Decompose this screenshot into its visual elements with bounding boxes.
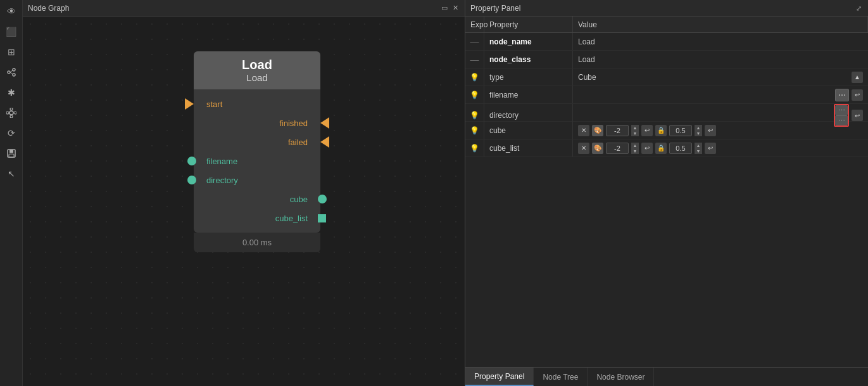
start-port-label: start — [194, 100, 230, 109]
cube-lock-icon[interactable]: 🔒 — [655, 125, 667, 136]
filename-port-circle — [187, 157, 196, 165]
tab-node-tree[interactable]: Node Tree — [534, 368, 588, 386]
node-main-title: Load — [201, 58, 313, 72]
prop-value-cube-list: ✕ 🎨 ▲ ▼ ↩ 🔒 ▲ ▼ ↩ — [573, 139, 868, 157]
cube-reset-1[interactable]: ↩ — [641, 125, 653, 136]
sidebar-refresh-icon[interactable]: ⟳ — [3, 124, 20, 142]
cube-reset-2[interactable]: ↩ — [705, 125, 716, 136]
close-button[interactable]: ✕ — [451, 4, 460, 12]
prop-value-node-class: Load — [573, 51, 868, 68]
sidebar-grid-icon[interactable]: ⊞ — [3, 43, 20, 61]
node-graph-header: Node Graph ▭ ✕ — [23, 0, 465, 16]
property-panel-resize-icon[interactable]: ⤢ — [855, 4, 863, 12]
sidebar-nodes-icon[interactable] — [3, 63, 20, 81]
cube-num-input-1[interactable] — [606, 125, 629, 136]
cube-list-reset-1[interactable]: ↩ — [641, 143, 653, 154]
node-graph-title: Node Graph — [28, 4, 69, 13]
svg-point-8 — [6, 112, 9, 114]
prop-name-filename: filename — [484, 86, 573, 103]
cube-list-reset-2[interactable]: ↩ — [705, 143, 716, 154]
svg-point-6 — [10, 108, 13, 110]
cube-list-spin-down-2[interactable]: ▼ — [695, 148, 702, 154]
light-icon-cube: 💡 — [470, 126, 479, 135]
filename-arrow-button[interactable]: ↩ — [852, 89, 863, 101]
cube-list-num-input-2[interactable] — [669, 143, 692, 154]
svg-line-3 — [10, 70, 13, 72]
sidebar-asterisk-icon[interactable]: ✱ — [3, 84, 20, 101]
light-icon-cube-list: 💡 — [470, 144, 479, 153]
svg-point-2 — [13, 74, 15, 76]
port-row-finished: finished — [194, 113, 320, 132]
load-node[interactable]: Load Load start finished failed — [194, 51, 320, 252]
cube-list-palette-icon[interactable]: 🎨 — [592, 143, 603, 154]
cube-spin-down-2[interactable]: ▼ — [695, 131, 702, 136]
sidebar: 👁 ⬛ ⊞ ✱ ⟳ ↖ — [0, 0, 23, 386]
cube-palette-icon[interactable]: 🎨 — [592, 125, 603, 136]
directory-port-circle — [187, 176, 196, 184]
finished-port-label: finished — [272, 119, 320, 128]
node-body: start finished failed filename — [194, 89, 320, 233]
minimize-button[interactable]: ▭ — [440, 4, 449, 12]
prop-name-node-class: node_class — [484, 51, 573, 68]
node-timing: 0.00 ms — [194, 233, 320, 252]
filename-dots-button[interactable]: ⋯ — [835, 89, 849, 101]
property-panel: Property Panel ⤢ Expo Property Value — n… — [465, 0, 868, 386]
value-node-name: Load — [578, 37, 863, 46]
cube-spin-1: ▲ ▼ — [631, 125, 639, 136]
start-port-arrow — [185, 98, 194, 110]
tab-property-panel[interactable]: Property Panel — [465, 368, 534, 386]
node-header: Load Load — [194, 51, 320, 89]
cube-list-spin-up-2[interactable]: ▲ — [695, 143, 702, 148]
cube-spin-up-1[interactable]: ▲ — [631, 125, 639, 131]
cube-list-spin-1: ▲ ▼ — [631, 143, 639, 154]
svg-line-4 — [10, 72, 13, 74]
prop-value-type: Cube ▲ — [573, 68, 868, 86]
sidebar-eye-icon[interactable]: 👁 — [3, 3, 20, 20]
cube-list-spin-up-1[interactable]: ▲ — [631, 143, 639, 148]
port-row-cube-list: cube_list — [194, 209, 320, 228]
cube-list-lock-icon[interactable]: 🔒 — [655, 143, 667, 154]
cube-spin-2: ▲ ▼ — [695, 125, 702, 136]
property-panel-header: Property Panel ⤢ — [465, 0, 868, 16]
sidebar-save-icon[interactable] — [3, 145, 20, 162]
svg-point-0 — [8, 71, 10, 74]
light-icon-filename: 💡 — [470, 91, 479, 100]
expo-filename: 💡 — [465, 86, 484, 103]
expo-type: 💡 — [465, 68, 484, 86]
cube-list-num-input-1[interactable] — [606, 143, 629, 154]
failed-port-arrow — [320, 136, 329, 148]
cube-num-input-2[interactable] — [669, 125, 692, 136]
prop-value-filename: ⋯ ↩ — [573, 86, 868, 103]
prop-value-cube: ✕ 🎨 ▲ ▼ ↩ 🔒 ▲ ▼ ↩ — [573, 122, 868, 139]
cube-x-icon[interactable]: ✕ — [578, 125, 589, 136]
property-panel-title: Property Panel — [470, 4, 520, 13]
svg-point-9 — [14, 112, 16, 114]
cube-port-circle — [318, 195, 327, 203]
finished-port-arrow — [320, 117, 329, 129]
prop-name-cube-list: cube_list — [484, 139, 573, 157]
value-node-class: Load — [578, 55, 863, 64]
prop-name-type: type — [484, 68, 573, 86]
sidebar-cursor-icon[interactable]: ↖ — [3, 165, 20, 183]
port-row-directory: directory — [194, 170, 320, 190]
tab-node-browser[interactable]: Node Browser — [588, 368, 654, 386]
directory-dots-button-top[interactable]: ⋯ — [835, 105, 848, 115]
sidebar-graph2-icon[interactable] — [3, 104, 20, 122]
sidebar-box-icon[interactable]: ⬛ — [3, 23, 20, 41]
canvas-area[interactable]: Load Load start finished failed — [23, 16, 465, 386]
prop-name-cube: cube — [484, 122, 573, 139]
port-row-start: start — [194, 94, 320, 113]
cube-list-spin-down-1[interactable]: ▼ — [631, 148, 639, 154]
cube-list-x-icon[interactable]: ✕ — [578, 143, 589, 154]
directory-arrow-button[interactable]: ↩ — [852, 110, 863, 121]
type-arrow-button[interactable]: ▲ — [852, 72, 863, 83]
expo-cube-list: 💡 — [465, 139, 484, 157]
value-type: Cube — [578, 73, 712, 82]
bottom-tabs: Property Panel Node Tree Node Browser — [465, 367, 868, 386]
cube-spin-up-2[interactable]: ▲ — [695, 125, 702, 131]
expo-node-class: — — [465, 51, 484, 68]
light-icon-type: 💡 — [470, 73, 479, 82]
cube-spin-down-1[interactable]: ▼ — [631, 131, 639, 136]
cube-list-spin-2: ▲ ▼ — [695, 143, 702, 154]
cube-list-port-square — [318, 214, 326, 222]
